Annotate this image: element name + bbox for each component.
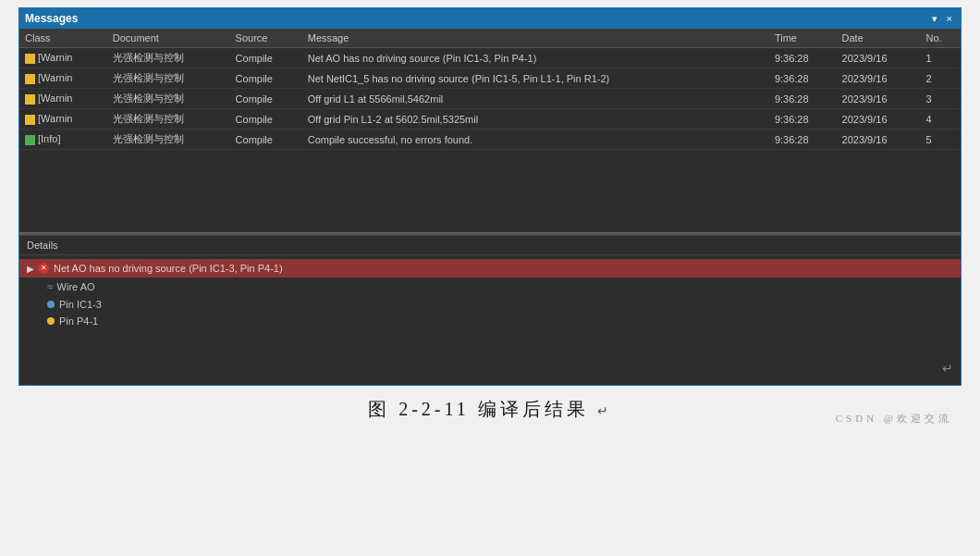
table-row[interactable]: [Warnin光强检测与控制CompileNet NetIC1_5 has no…	[19, 68, 961, 89]
details-pin-ic1-item[interactable]: Pin IC1-3	[19, 296, 961, 313]
cell-no: 5	[921, 130, 962, 150]
info-icon	[25, 135, 35, 145]
details-pin-p4-item[interactable]: Pin P4-1	[19, 313, 961, 329]
warning-icon	[25, 115, 35, 125]
messages-table-area[interactable]: Class Document Source Message Time Date …	[19, 29, 961, 232]
cell-class: [Warnin	[19, 109, 107, 130]
cell-date: 2023/9/16	[837, 130, 921, 150]
warning-icon	[25, 94, 35, 105]
cell-date: 2023/9/16	[837, 89, 921, 109]
cell-message: Net NetIC1_5 has no driving source (Pin …	[302, 68, 769, 89]
cell-document: 光强检测与控制	[107, 109, 230, 130]
cell-document: 光强检测与控制	[107, 130, 230, 150]
pin-ic1-label: Pin IC1-3	[59, 299, 102, 310]
pin-p4-label: Pin P4-1	[59, 315, 98, 327]
table-row[interactable]: [Warnin光强检测与控制CompileOff grid Pin L1-2 a…	[19, 109, 961, 130]
warning-icon	[25, 54, 35, 64]
cell-document: 光强检测与控制	[107, 89, 230, 109]
details-section: Details ▶ Net AO has no driving source (…	[19, 236, 961, 385]
messages-table: Class Document Source Message Time Date …	[19, 29, 961, 150]
messages-window-container: Messages ▾ × Class Document Source Messa…	[18, 7, 962, 386]
close-button[interactable]: ×	[944, 13, 955, 25]
details-error-row[interactable]: ▶ Net AO has no driving source (Pin IC1-…	[19, 259, 961, 278]
scroll-return-icon: ↵	[942, 361, 953, 376]
cell-no: 2	[921, 68, 962, 89]
details-label: Details	[19, 236, 961, 255]
cell-date: 2023/9/16	[837, 68, 921, 89]
title-bar-controls: ▾ ×	[929, 13, 955, 25]
pin-yellow-icon	[47, 317, 55, 325]
wire-label: Wire AO	[57, 281, 95, 292]
cell-message: Off grid Pin L1-2 at 5602.5mil,5325mil	[302, 109, 769, 130]
warning-icon	[25, 74, 35, 84]
class-label: [Warnin	[38, 113, 73, 124]
cell-class: [Warnin	[19, 89, 107, 109]
table-header-row: Class Document Source Message Time Date …	[19, 29, 961, 48]
cell-source: Compile	[230, 109, 302, 130]
table-row[interactable]: [Warnin光强检测与控制CompileNet AO has no drivi…	[19, 48, 961, 68]
wire-icon: ≈	[47, 280, 54, 293]
cell-source: Compile	[230, 89, 302, 109]
pin-blue-icon	[47, 301, 55, 308]
cell-message: Off grid L1 at 5566mil,5462mil	[302, 89, 769, 109]
col-class: Class	[19, 29, 107, 48]
window-title: Messages	[25, 12, 78, 25]
caption-text: 图 2-2-11 编译后结果	[368, 399, 589, 419]
cell-message: Net AO has no driving source (Pin IC1-3,…	[302, 48, 769, 68]
cell-source: Compile	[230, 68, 302, 89]
cell-message: Compile successful, no errors found.	[302, 130, 769, 150]
details-content: ▶ Net AO has no driving source (Pin IC1-…	[19, 255, 961, 385]
cell-class: [Warnin	[19, 48, 107, 68]
col-time: Time	[769, 29, 837, 48]
cell-no: 4	[921, 109, 962, 130]
cell-time: 9:36:28	[769, 48, 837, 68]
cell-document: 光强检测与控制	[107, 48, 230, 68]
table-row[interactable]: [Warnin光强检测与控制CompileOff grid L1 at 5566…	[19, 89, 961, 109]
cell-date: 2023/9/16	[837, 109, 921, 130]
title-bar: Messages ▾ ×	[19, 8, 961, 29]
cell-class: [Info]	[19, 130, 107, 150]
table-row[interactable]: [Info]光强检测与控制CompileCompile successful, …	[19, 130, 961, 150]
error-text: Net AO has no driving source (Pin IC1-3,…	[54, 263, 283, 274]
class-label: [Warnin	[38, 93, 73, 104]
col-source: Source	[230, 29, 302, 48]
cell-document: 光强检测与控制	[107, 68, 230, 89]
cell-source: Compile	[230, 48, 302, 68]
cell-no: 3	[921, 89, 962, 109]
error-icon	[38, 263, 49, 274]
cell-time: 9:36:28	[769, 68, 837, 89]
col-date: Date	[837, 29, 921, 48]
cell-time: 9:36:28	[769, 89, 837, 109]
col-no: No.	[921, 29, 962, 48]
caption-return-symbol: ↵	[597, 404, 612, 418]
cell-date: 2023/9/16	[837, 48, 921, 68]
pin-button[interactable]: ▾	[929, 13, 940, 25]
messages-window: Messages ▾ × Class Document Source Messa…	[18, 7, 962, 386]
class-label: [Warnin	[38, 72, 73, 83]
page-wrapper: Messages ▾ × Class Document Source Messa…	[0, 0, 980, 556]
expand-arrow: ▶	[27, 264, 34, 274]
col-document: Document	[107, 29, 230, 48]
csdn-label: CSDN @欢迎交流	[836, 412, 952, 426]
details-wire-item[interactable]: ≈ Wire AO	[19, 278, 961, 296]
cell-no: 1	[921, 48, 962, 68]
cell-source: Compile	[230, 130, 302, 150]
cell-time: 9:36:28	[769, 109, 837, 130]
class-label: [Warnin	[38, 52, 73, 63]
caption-row: 图 2-2-11 编译后结果 ↵ CSDN @欢迎交流	[0, 386, 980, 426]
class-label: [Info]	[38, 133, 60, 144]
col-message: Message	[302, 29, 769, 48]
cell-time: 9:36:28	[769, 130, 837, 150]
cell-class: [Warnin	[19, 68, 107, 89]
